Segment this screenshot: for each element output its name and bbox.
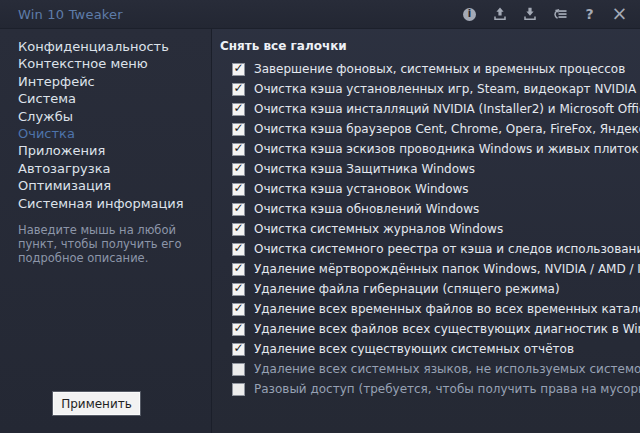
cleanup-row-label[interactable]: Очистка кэша установок Windows: [254, 182, 469, 196]
sidebar-item[interactable]: Очистка: [0, 125, 211, 142]
titlebar-icons: [461, 6, 628, 23]
cleanup-row-label[interactable]: Очистка кэша браузеров Cent, Chrome, Ope…: [254, 122, 640, 136]
cleanup-row[interactable]: Очистка кэша браузеров Cent, Chrome, Ope…: [213, 119, 640, 139]
titlebar: Win 10 Tweaker: [0, 0, 640, 29]
cleanup-row-label[interactable]: Очистка системных журналов Windows: [254, 222, 503, 236]
sidebar-nav: Конфиденциальность Контекстное меню Инте…: [0, 29, 211, 212]
cleanup-row-label[interactable]: Разовый доступ (требуется, чтобы получит…: [254, 382, 640, 396]
sidebar-item[interactable]: Автозагрузка: [0, 160, 211, 177]
checkbox[interactable]: [232, 363, 245, 376]
checkbox[interactable]: [232, 163, 245, 176]
cleanup-row-label[interactable]: Удаление файла гибернации (спящего режим…: [254, 282, 560, 296]
uncheck-all-link[interactable]: Снять все галочки: [220, 39, 347, 53]
cleanup-row-label[interactable]: Очистка кэша обновлений Windows: [254, 202, 479, 216]
window-title: Win 10 Tweaker: [18, 7, 123, 22]
cleanup-options-list: Завершение фоновых, системных и временны…: [213, 59, 640, 399]
upload-icon-glyph: [492, 6, 508, 22]
cleanup-row[interactable]: Удаление всех временных файлов во всех в…: [213, 299, 640, 319]
sidebar-item[interactable]: Интерфейс: [0, 73, 211, 90]
checkbox[interactable]: [232, 263, 245, 276]
checkbox[interactable]: [232, 183, 245, 196]
cleanup-row[interactable]: Очистка кэша обновлений Windows: [213, 199, 640, 219]
checkbox[interactable]: [232, 383, 245, 396]
checkbox[interactable]: [232, 283, 245, 296]
cleanup-row[interactable]: Очистка кэша Защитника Windows: [213, 159, 640, 179]
cleanup-row-label[interactable]: Очистка кэша установленных игр, Steam, в…: [254, 82, 640, 96]
app-window: Win 10 Tweaker: [0, 0, 640, 433]
sidebar-item[interactable]: Службы: [0, 108, 211, 125]
cleanup-row[interactable]: Удаление файла гибернации (спящего режим…: [213, 279, 640, 299]
cleanup-row[interactable]: Удаление всех файлов всех существующих д…: [213, 319, 640, 339]
checkbox[interactable]: [232, 303, 245, 316]
changelog-icon[interactable]: [551, 6, 568, 23]
checkbox[interactable]: [232, 143, 245, 156]
cleanup-row[interactable]: Очистка кэша инсталляций NVIDIA (Install…: [213, 99, 640, 119]
cleanup-row-label[interactable]: Удаление всех существующих системных отч…: [254, 342, 574, 356]
sidebar-item[interactable]: Система: [0, 90, 211, 107]
cleanup-row[interactable]: Очистка кэша установленных игр, Steam, в…: [213, 79, 640, 99]
sidebar: Конфиденциальность Контекстное меню Инте…: [0, 29, 212, 433]
sidebar-item[interactable]: Приложения: [0, 142, 211, 159]
cleanup-row[interactable]: Удаление всех системных языков, не испол…: [213, 359, 640, 379]
sidebar-item[interactable]: Оптимизация: [0, 177, 211, 194]
cleanup-row[interactable]: Очистка системного реестра от кэша и сле…: [213, 239, 640, 259]
checkbox[interactable]: [232, 63, 245, 76]
cleanup-row[interactable]: Очистка кэша эскизов проводника Windows …: [213, 139, 640, 159]
cleanup-row-label[interactable]: Очистка кэша Защитника Windows: [254, 162, 475, 176]
download-icon[interactable]: [521, 6, 538, 23]
cleanup-row-label[interactable]: Очистка кэша эскизов проводника Windows …: [254, 142, 639, 156]
apply-button[interactable]: Применить: [53, 392, 140, 415]
sidebar-item[interactable]: Конфиденциальность: [0, 38, 211, 55]
cleanup-row-label[interactable]: Удаление всех временных файлов во всех в…: [254, 302, 640, 316]
cleanup-row-label[interactable]: Очистка кэша инсталляций NVIDIA (Install…: [254, 102, 640, 116]
cleanup-row-label[interactable]: Очистка системного реестра от кэша и сле…: [254, 242, 640, 256]
checkbox[interactable]: [232, 123, 245, 136]
upload-icon[interactable]: [491, 6, 508, 23]
sidebar-item[interactable]: Контекстное меню: [0, 55, 211, 72]
checkbox[interactable]: [232, 343, 245, 356]
checkbox[interactable]: [232, 243, 245, 256]
cleanup-row[interactable]: Завершение фоновых, системных и временны…: [213, 59, 640, 79]
cleanup-row[interactable]: Очистка кэша установок Windows: [213, 179, 640, 199]
changelog-icon-glyph: [552, 6, 568, 22]
info-icon-glyph: [463, 8, 476, 21]
checkbox[interactable]: [232, 323, 245, 336]
cleanup-row[interactable]: Удаление всех существующих системных отч…: [213, 339, 640, 359]
cleanup-row[interactable]: Разовый доступ (требуется, чтобы получит…: [213, 379, 640, 399]
close-icon[interactable]: [611, 6, 628, 23]
checkbox[interactable]: [232, 203, 245, 216]
cleanup-row[interactable]: Очистка системных журналов Windows: [213, 219, 640, 239]
checkbox[interactable]: [232, 223, 245, 236]
info-icon[interactable]: [461, 6, 478, 23]
main-panel: Снять все галочки Завершение фоновых, си…: [213, 29, 640, 433]
checkbox[interactable]: [232, 103, 245, 116]
cleanup-row-label[interactable]: Удаление всех файлов всех существующих д…: [254, 322, 640, 336]
cleanup-row[interactable]: Удаление мёртворождённых папок Windows, …: [213, 259, 640, 279]
download-icon-glyph: [522, 6, 538, 22]
help-icon[interactable]: [581, 6, 598, 23]
cleanup-row-label[interactable]: Завершение фоновых, системных и временны…: [254, 62, 625, 76]
cleanup-row-label[interactable]: Удаление мёртворождённых папок Windows, …: [254, 262, 640, 276]
sidebar-item[interactable]: Системная информация: [0, 195, 211, 212]
sidebar-hint: Наведите мышь на любой пункт, чтобы полу…: [18, 223, 196, 265]
checkbox[interactable]: [232, 83, 245, 96]
cleanup-row-label[interactable]: Удаление всех системных языков, не испол…: [254, 362, 640, 376]
